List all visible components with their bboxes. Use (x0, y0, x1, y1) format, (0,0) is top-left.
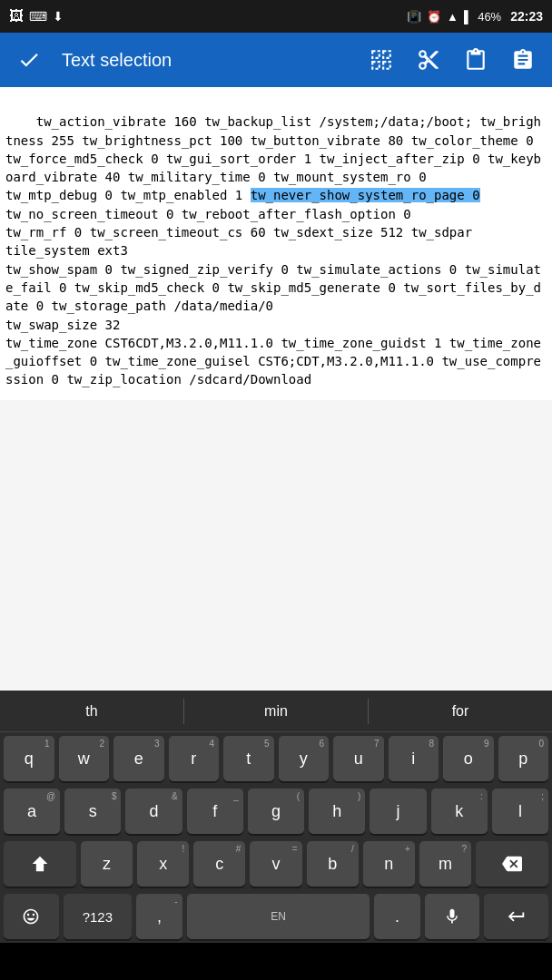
key-f[interactable]: _f (187, 789, 243, 834)
grid-icon-button[interactable] (360, 38, 403, 82)
key-d[interactable]: &d (125, 789, 182, 834)
key-z[interactable]: z (81, 841, 133, 887)
enter-key[interactable] (484, 894, 548, 939)
vibrate-icon: 📳 (407, 10, 421, 24)
key-r[interactable]: 4r (169, 736, 220, 781)
space-key[interactable]: EN (187, 894, 370, 939)
key-a[interactable]: @a (4, 789, 60, 834)
key-o[interactable]: 9o (443, 736, 494, 781)
suggestions-bar: th min for (0, 691, 552, 732)
battery-level: 46% (478, 10, 501, 24)
suggestion-2[interactable]: min (184, 698, 368, 725)
key-q[interactable]: 1q (4, 736, 54, 781)
toolbar: Text selection (0, 33, 552, 87)
paste-icon-button[interactable] (501, 38, 545, 82)
check-button[interactable] (7, 38, 51, 82)
scissors-icon-button[interactable] (407, 38, 450, 82)
svg-rect-0 (372, 51, 380, 58)
keyboard-icon: ⌨ (29, 9, 47, 24)
alarm-icon: ⏰ (427, 10, 441, 24)
key-l[interactable]: ;l (492, 789, 548, 834)
key-e[interactable]: 3e (113, 736, 164, 781)
highlighted-text: tw_never_show_system_ro_page 0 (251, 188, 480, 202)
key-h[interactable]: )h (309, 789, 365, 834)
text-body[interactable]: tw_action_vibrate 160 tw_backup_list /sy… (5, 94, 547, 400)
content-area: tw_action_vibrate 160 tw_backup_list /sy… (0, 87, 552, 400)
middle-area (0, 400, 552, 691)
status-time: 22:23 (510, 9, 543, 24)
key-k[interactable]: :k (431, 789, 488, 834)
key-p[interactable]: 0p (498, 736, 549, 781)
key-comma[interactable]: -, (136, 894, 182, 939)
key-x[interactable]: !x (137, 841, 189, 887)
suggestion-1[interactable]: th (0, 698, 183, 725)
status-bar: 🖼 ⌨ ⬇ 📳 ⏰ ▲ ▌ 46% 22:23 (0, 0, 552, 33)
key-v[interactable]: =v (250, 841, 301, 887)
shift-key[interactable] (4, 841, 76, 887)
key-c[interactable]: #c (193, 841, 245, 887)
key-j[interactable]: j (370, 789, 426, 834)
text-after-highlight: tw_no_screen_timeout 0 tw_reboot_after_f… (5, 207, 541, 387)
key-i[interactable]: 8i (389, 736, 439, 781)
wifi-icon: ▲ (447, 10, 458, 24)
keyboard-row-1: 1q 2w 3e 4r 5t 6y 7u 8i 9o 0p (0, 732, 552, 785)
suggestion-3[interactable]: for (369, 698, 552, 725)
svg-rect-1 (383, 51, 390, 58)
emoji-key[interactable] (4, 894, 59, 939)
keyboard-row-2: @a $s &d _f (g )h j :k ;l (0, 785, 552, 838)
keyboard-row-4: ?123 -, EN . (0, 890, 552, 943)
key-period[interactable]: . (374, 894, 419, 939)
photo-icon: 🖼 (9, 8, 24, 24)
key-b[interactable]: /b (307, 841, 359, 887)
key-t[interactable]: 5t (223, 736, 274, 781)
svg-rect-2 (372, 62, 380, 69)
clipboard-icon-button[interactable] (454, 38, 498, 82)
keyboard-row-3: z !x #c =v /b +n ?m (0, 838, 552, 890)
download-icon: ⬇ (53, 9, 64, 24)
keyboard: 1q 2w 3e 4r 5t 6y 7u 8i 9o 0p @a $s &d _… (0, 732, 552, 943)
key-g[interactable]: (g (248, 789, 304, 834)
key-m[interactable]: ?m (419, 841, 471, 887)
key-y[interactable]: 6y (279, 736, 330, 781)
signal-icon: ▌ (464, 10, 472, 24)
key-s[interactable]: $s (64, 789, 121, 834)
toolbar-title: Text selection (54, 50, 356, 71)
delete-key[interactable] (476, 841, 548, 887)
mic-key[interactable] (425, 894, 480, 939)
key-n[interactable]: +n (363, 841, 415, 887)
status-left-icons: 🖼 ⌨ ⬇ (9, 8, 401, 24)
svg-rect-3 (383, 62, 390, 69)
key-w[interactable]: 2w (59, 736, 110, 781)
key-u[interactable]: 7u (333, 736, 384, 781)
sym-key[interactable]: ?123 (64, 894, 133, 939)
